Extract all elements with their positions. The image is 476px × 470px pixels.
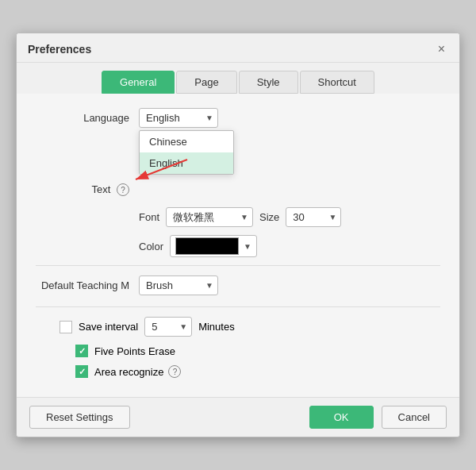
language-dropdown-popup: Chinese English <box>139 130 234 175</box>
language-select[interactable]: English Chinese <box>139 108 218 128</box>
font-label: Font <box>139 211 159 223</box>
title-bar: Preferences × <box>17 33 459 63</box>
language-option-english[interactable]: English <box>140 152 233 174</box>
size-label: Size <box>259 211 279 223</box>
color-select-wrapper: ▼ <box>170 235 257 257</box>
tab-shortcut[interactable]: Shortcut <box>300 71 374 94</box>
text-row: Text ? <box>36 183 440 197</box>
preferences-dialog: Preferences × General Page Style Shortcu… <box>16 33 460 438</box>
size-select-wrapper: 30 ▼ <box>286 207 341 227</box>
divider-2 <box>36 306 440 307</box>
ok-button[interactable]: OK <box>309 406 374 429</box>
save-interval-select[interactable]: 5 <box>144 317 192 337</box>
save-interval-label: Save interval <box>79 321 138 333</box>
color-row: Color ▼ <box>36 235 440 257</box>
default-teaching-select[interactable]: Brush <box>139 275 218 295</box>
tab-general[interactable]: General <box>102 71 175 94</box>
language-label: Language <box>36 112 139 124</box>
font-select-wrapper: 微软雅黑 ▼ <box>166 207 253 227</box>
text-help-icon[interactable]: ? <box>117 183 129 196</box>
size-select[interactable]: 30 <box>286 207 341 227</box>
color-swatch <box>175 237 239 255</box>
language-select-wrapper: English Chinese ▼ Chinese English <box>139 108 218 128</box>
tab-style[interactable]: Style <box>239 71 298 94</box>
color-picker-button[interactable]: ▼ <box>170 235 257 257</box>
five-points-label: Five Points Erase <box>94 345 175 357</box>
font-select[interactable]: 微软雅黑 <box>166 207 253 227</box>
five-points-checkbox[interactable] <box>75 345 88 357</box>
tab-bar: General Page Style Shortcut <box>17 63 459 94</box>
divider-1 <box>36 265 440 266</box>
cancel-button[interactable]: Cancel <box>382 406 447 429</box>
five-points-row: Five Points Erase <box>36 345 440 357</box>
default-teaching-row: Default Teaching M Brush ▼ <box>36 275 440 295</box>
main-content: Language English Chinese ▼ Chinese Engli… <box>17 94 459 398</box>
save-interval-row: Save interval 5 ▼ Minutes <box>36 317 440 337</box>
area-recognize-checkbox[interactable] <box>75 365 88 378</box>
save-interval-checkbox[interactable] <box>60 321 72 333</box>
default-teaching-label: Default Teaching M <box>36 279 139 291</box>
save-interval-unit: Minutes <box>198 321 235 333</box>
language-option-chinese[interactable]: Chinese <box>140 131 233 152</box>
color-dropdown-arrow: ▼ <box>244 242 251 251</box>
default-teaching-select-wrapper: Brush ▼ <box>139 275 218 295</box>
footer-right-buttons: OK Cancel <box>309 406 447 429</box>
area-recognize-help-icon[interactable]: ? <box>168 365 181 378</box>
tab-page[interactable]: Page <box>176 71 236 94</box>
area-recognize-label: Area recognize <box>94 366 163 378</box>
close-button[interactable]: × <box>435 41 448 57</box>
language-row: Language English Chinese ▼ Chinese Engli… <box>36 108 440 128</box>
color-label: Color <box>139 241 163 252</box>
font-size-row: Font 微软雅黑 ▼ Size 30 ▼ <box>36 207 440 227</box>
dialog-title: Preferences <box>28 43 91 56</box>
reset-settings-button[interactable]: Reset Settings <box>29 406 130 429</box>
area-recognize-row: Area recognize ? <box>36 365 440 378</box>
save-interval-select-wrapper: 5 ▼ <box>144 317 192 337</box>
text-section-label: Text ? <box>36 183 139 197</box>
footer: Reset Settings OK Cancel <box>17 397 459 437</box>
